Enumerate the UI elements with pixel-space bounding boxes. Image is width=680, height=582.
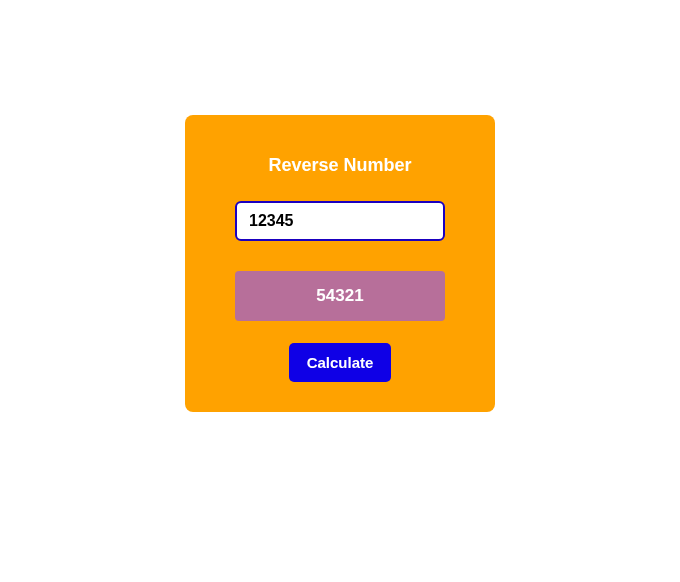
card-title: Reverse Number [268,155,411,176]
number-input[interactable] [235,201,445,241]
result-display: 54321 [235,271,445,321]
calculate-button[interactable]: Calculate [289,343,392,382]
reverse-number-card: Reverse Number 54321 Calculate [185,115,495,412]
